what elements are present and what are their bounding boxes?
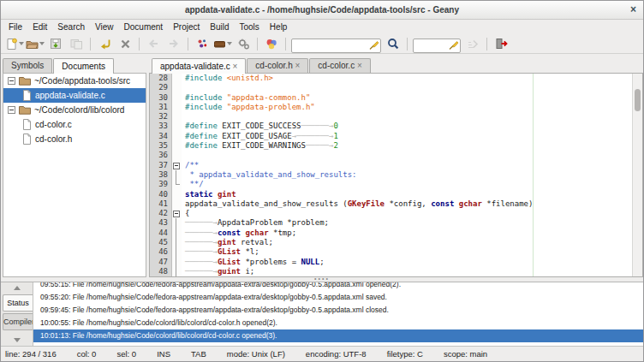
editor-scrollbar-thumb[interactable] (635, 89, 641, 111)
tree-folder[interactable]: ~/Code/colord/lib/colord (3, 103, 146, 117)
new-icon (5, 38, 18, 50)
menubar: FileEditSearchViewDocumentProjectBuildTo… (1, 20, 643, 34)
status-col: col: 0 (77, 349, 97, 359)
code-line: 44──────→const gchar *tmp; (150, 228, 642, 238)
editor-tab[interactable]: cd-color.c × (309, 58, 370, 73)
close-tab-icon[interactable]: × (355, 61, 362, 70)
fold-marker[interactable] (172, 209, 182, 218)
message-tab-compiler[interactable]: Compiler (3, 313, 33, 330)
code-line: 34#define EXIT_CODE_USAGE→───────→1 (150, 132, 642, 141)
code-line: 35#define EXIT_CODE_WARNINGS─────→2 (150, 141, 642, 151)
fold-marker[interactable] (172, 161, 182, 170)
new-document-button[interactable] (4, 35, 25, 53)
menu-item-tools[interactable]: Tools (235, 21, 265, 33)
line-number: 42 (150, 209, 172, 218)
search-icon (387, 38, 399, 50)
color-chooser-button[interactable] (261, 35, 282, 53)
tree-file[interactable]: cd-color.c (3, 117, 146, 132)
sidebar-tabs: SymbolsDocuments (3, 56, 146, 73)
execute-button[interactable] (233, 35, 253, 53)
sidebar-tab-documents[interactable]: Documents (53, 58, 114, 74)
close-file-button[interactable] (115, 35, 135, 53)
menu-item-help[interactable]: Help (265, 21, 293, 33)
code-line: 42{ (150, 209, 642, 218)
file-icon (22, 134, 32, 145)
main-area: SymbolsDocuments ~/Code/appdata-tools/sr… (1, 54, 643, 277)
code-line: 36 (150, 151, 642, 160)
tabs-scroll-down-button[interactable] (1, 335, 33, 346)
open-file-button[interactable] (25, 35, 45, 53)
fold-margin (172, 199, 182, 209)
editor-tabs: appdata-validate.c ×cd-color.h ×cd-color… (149, 56, 643, 73)
code-text (182, 112, 185, 122)
build-button[interactable] (212, 35, 233, 53)
expander-icon[interactable] (8, 106, 15, 114)
code-text: ──────→guint i; (182, 267, 254, 276)
menu-item-document[interactable]: Document (119, 21, 169, 33)
execute-icon (237, 38, 250, 50)
window-close-icon[interactable]: × (630, 3, 636, 15)
open-dropdown-icon[interactable] (39, 42, 45, 45)
editor-tab[interactable]: appdata-validate.c × (152, 58, 246, 74)
status-filetype: filetype: C (387, 349, 423, 359)
clear-entry-icon[interactable] (448, 39, 459, 50)
sidebar-tab-symbols[interactable]: Symbols (3, 58, 52, 73)
quit-button[interactable] (491, 35, 511, 53)
statusbar: line: 294 / 316col: 0sel: 0INSTABmode: U… (1, 346, 643, 361)
close-icon (120, 39, 131, 50)
geany-window: appdata-validate.c - /home/hughsie/Code/… (0, 0, 644, 362)
menu-item-project[interactable]: Project (168, 21, 205, 33)
menu-item-build[interactable]: Build (205, 21, 234, 33)
editor-tab[interactable]: cd-color.h × (247, 58, 308, 73)
search-button[interactable] (383, 35, 403, 53)
code-line: 43──────→AppdataProblem *problem; (150, 218, 642, 228)
tree-item-label: appdata-validate.c (35, 91, 105, 100)
menu-item-view[interactable]: View (90, 21, 119, 33)
menu-item-search[interactable]: Search (52, 21, 90, 33)
code-text: ──────→const gchar *tmp; (182, 228, 296, 238)
compile-icon (196, 38, 208, 50)
close-tab-icon[interactable]: × (230, 62, 238, 71)
tree-file[interactable]: cd-color.h (3, 132, 146, 146)
clear-entry-icon[interactable] (368, 39, 379, 50)
folder-icon (19, 76, 31, 86)
menu-item-edit[interactable]: Edit (27, 21, 52, 33)
tabs-scroll-up-button[interactable] (1, 282, 33, 294)
menu-item-file[interactable]: File (3, 21, 27, 33)
compile-button[interactable] (192, 35, 212, 53)
tab-label: appdata-validate.c (160, 62, 230, 71)
fold-margin (172, 151, 182, 160)
fold-margin (172, 132, 182, 141)
tab-label: cd-color.c (318, 61, 355, 70)
code-editor[interactable]: 28#include <unistd.h>2930#include "appda… (149, 73, 643, 277)
fold-marker (172, 228, 182, 238)
editor-scrollbar[interactable] (632, 74, 642, 276)
line-number: 45 (150, 238, 172, 247)
message-row[interactable]: 09:55:15: File /home/hughsie/Code/fedora… (33, 282, 643, 291)
navigate-back-button[interactable] (143, 35, 164, 53)
navigate-forward-button[interactable] (164, 35, 184, 53)
close-tab-icon[interactable]: × (293, 61, 301, 70)
revert-button[interactable] (94, 35, 115, 53)
message-row[interactable]: 10:00:55: File /home/hughsie/Code/colord… (33, 317, 643, 329)
tree-file[interactable]: appdata-validate.c (3, 88, 146, 103)
goto-line-button[interactable] (462, 35, 483, 53)
save-button[interactable] (45, 35, 66, 53)
code-line: 48──────→guint i; (150, 267, 642, 276)
build-dropdown-icon[interactable] (227, 42, 232, 45)
code-line: 28#include <unistd.h> (150, 74, 642, 83)
tree-folder[interactable]: ~/Code/appdata-tools/src (3, 74, 146, 88)
message-row[interactable]: 09:55:20: File /home/hughsie/Code/fedora… (33, 291, 643, 304)
color-chooser-icon (265, 38, 277, 50)
message-row[interactable]: 09:59:45: File /home/hughsie/Code/fedora… (33, 304, 643, 317)
line-number: 47 (150, 258, 172, 267)
message-row[interactable]: 10:01:13: File /home/hughsie/Code/colord… (33, 329, 643, 342)
tab-label: cd-color.h (255, 61, 292, 70)
line-number: 29 (150, 83, 172, 92)
code-line: 33#define EXIT_CODE_SUCCESS──────→0 (150, 122, 642, 131)
save-all-button[interactable] (66, 35, 86, 53)
fold-margin (172, 74, 182, 83)
new-dropdown-icon[interactable] (19, 42, 24, 45)
message-tab-status[interactable]: Status (3, 294, 33, 312)
expander-icon[interactable] (8, 77, 15, 85)
